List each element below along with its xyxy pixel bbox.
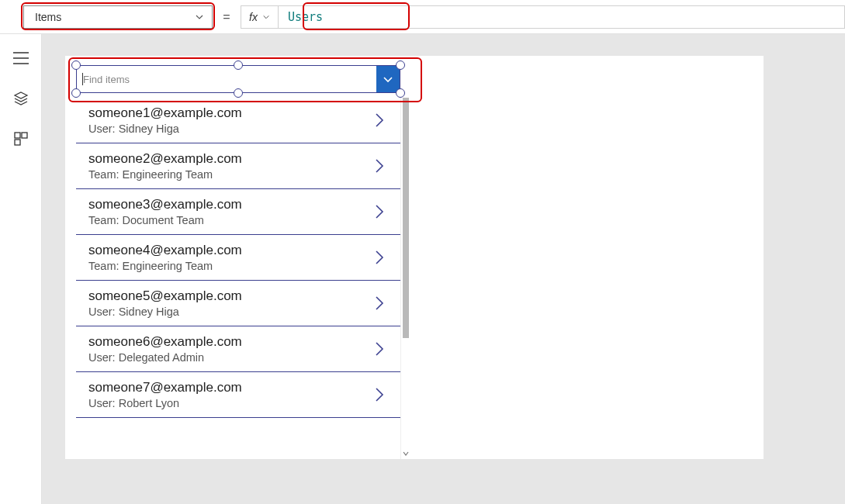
resize-handle[interactable] (396, 88, 405, 98)
list-item-secondary: User: Delegated Admin (88, 351, 242, 364)
resize-handle[interactable] (234, 88, 243, 98)
list-item-text: someone1@example.comUser: Sidney Higa (88, 105, 242, 135)
property-selector-label: Items (35, 11, 61, 23)
svg-rect-2 (15, 140, 20, 145)
scroll-thumb[interactable] (403, 98, 409, 338)
scrollbar[interactable] (400, 98, 410, 459)
chevron-right-icon[interactable] (374, 295, 390, 312)
svg-rect-1 (22, 133, 27, 138)
list-item[interactable]: someone3@example.comTeam: Document Team (76, 189, 400, 235)
list-item-text: someone2@example.comTeam: Engineering Te… (88, 151, 242, 181)
resize-handle[interactable] (71, 88, 81, 98)
resize-handle[interactable] (396, 60, 405, 70)
combobox-control[interactable] (76, 65, 400, 93)
list-item-primary: someone7@example.com (88, 380, 242, 395)
resize-handle[interactable] (71, 60, 81, 70)
property-selector[interactable]: Items (23, 5, 213, 29)
list-item-primary: someone2@example.com (88, 151, 242, 167)
combobox-chevron-button[interactable] (376, 66, 400, 92)
list-item-text: someone6@example.comUser: Delegated Admi… (88, 334, 242, 364)
chevron-right-icon[interactable] (374, 249, 390, 266)
combobox-input[interactable] (77, 66, 376, 92)
list-item-primary: someone4@example.com (88, 243, 242, 258)
list-item[interactable]: someone2@example.comTeam: Engineering Te… (76, 143, 400, 189)
formula-bar: Items = fx Users (0, 0, 845, 34)
list-item-text: someone4@example.comTeam: Engineering Te… (88, 243, 242, 272)
list-item-secondary: Team: Engineering Team (88, 168, 242, 181)
chevron-down-icon (382, 73, 394, 85)
list-item[interactable]: someone6@example.comUser: Delegated Admi… (76, 326, 400, 372)
list-item[interactable]: someone7@example.comUser: Robert Lyon (76, 372, 400, 418)
list-item[interactable]: someone4@example.comTeam: Engineering Te… (76, 235, 400, 281)
list-item-primary: someone1@example.com (88, 105, 242, 121)
gallery[interactable]: someone1@example.comUser: Sidney Higasom… (76, 98, 400, 459)
chevron-down-icon (195, 12, 204, 22)
list-item[interactable]: someone5@example.comUser: Sidney Higa (76, 281, 400, 326)
list-item-secondary: User: Robert Lyon (88, 397, 242, 409)
chevron-right-icon[interactable] (374, 203, 390, 220)
canvas-area: someone1@example.comUser: Sidney Higasom… (42, 34, 845, 504)
chevron-right-icon[interactable] (374, 386, 390, 403)
chevron-right-icon[interactable] (374, 157, 390, 174)
chevron-right-icon[interactable] (374, 112, 390, 129)
text-cursor (82, 73, 83, 85)
fx-button[interactable]: fx (241, 5, 279, 29)
side-rail (0, 34, 42, 504)
equals-label: = (213, 10, 241, 24)
resize-handle[interactable] (234, 60, 243, 70)
app-canvas[interactable]: someone1@example.comUser: Sidney Higasom… (65, 56, 764, 459)
gallery-wrap: someone1@example.comUser: Sidney Higasom… (76, 98, 411, 459)
list-item-text: someone5@example.comUser: Sidney Higa (88, 288, 242, 318)
formula-text: Users (288, 10, 323, 24)
svg-rect-0 (15, 133, 20, 138)
list-item[interactable]: someone1@example.comUser: Sidney Higa (76, 98, 400, 143)
main-area: someone1@example.comUser: Sidney Higasom… (0, 34, 845, 504)
layers-icon[interactable] (12, 90, 29, 107)
chevron-right-icon[interactable] (374, 340, 390, 357)
list-item-secondary: User: Sidney Higa (88, 306, 242, 318)
hamburger-icon[interactable] (12, 50, 29, 67)
list-item-text: someone7@example.comUser: Robert Lyon (88, 380, 242, 409)
scroll-down-arrow-icon[interactable] (401, 448, 410, 459)
list-item-secondary: Team: Engineering Team (88, 260, 242, 272)
list-item-text: someone3@example.comTeam: Document Team (88, 197, 242, 226)
list-item-primary: someone5@example.com (88, 288, 242, 304)
fx-label: fx (249, 11, 258, 23)
components-icon[interactable] (12, 130, 29, 147)
list-item-secondary: Team: Document Team (88, 214, 242, 226)
list-item-primary: someone3@example.com (88, 197, 242, 212)
formula-input[interactable]: Users (279, 5, 845, 29)
chevron-down-icon (262, 13, 270, 21)
list-item-primary: someone6@example.com (88, 334, 242, 350)
list-item-secondary: User: Sidney Higa (88, 123, 242, 135)
